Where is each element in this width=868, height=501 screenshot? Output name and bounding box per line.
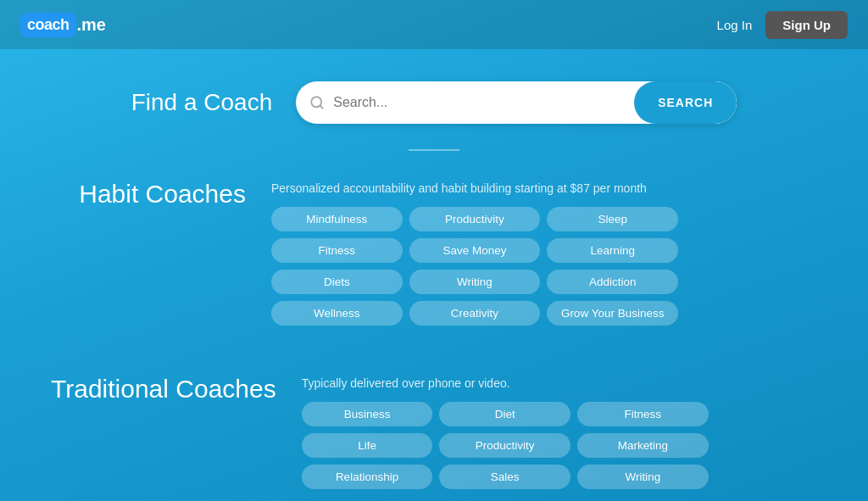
- search-button[interactable]: SEARCH: [634, 81, 737, 124]
- habit-tag[interactable]: Learning: [547, 238, 678, 263]
- habit-tag[interactable]: Wellness: [271, 301, 403, 326]
- traditional-tag[interactable]: Marketing: [577, 433, 709, 458]
- navbar: coach .me Log In Sign Up: [0, 0, 868, 49]
- traditional-coaches-heading: Traditional Coaches: [51, 375, 276, 404]
- hero-section: Find a Coach SEARCH: [0, 49, 868, 149]
- habit-tag[interactable]: Diets: [271, 270, 403, 294]
- svg-line-1: [320, 105, 323, 108]
- traditional-tag[interactable]: Productivity: [439, 433, 570, 458]
- section-right-traditional: Typically delivered over phone or video.…: [302, 371, 817, 489]
- signup-button[interactable]: Sign Up: [765, 11, 848, 39]
- search-bar: SEARCH: [296, 81, 737, 124]
- login-button[interactable]: Log In: [717, 18, 753, 32]
- traditional-tag[interactable]: Fitness: [577, 402, 709, 426]
- habit-tag[interactable]: Save Money: [409, 238, 541, 263]
- logo-coach: coach: [20, 13, 76, 37]
- section-left-traditional: Traditional Coaches: [51, 371, 276, 404]
- habit-coaches-section: Habit Coaches Personalized accountabilit…: [0, 159, 868, 341]
- page-title: Find a Coach: [131, 89, 273, 116]
- traditional-tag[interactable]: Diet: [439, 402, 570, 426]
- nav-right: Log In Sign Up: [717, 11, 848, 39]
- traditional-tag[interactable]: Business: [302, 402, 433, 426]
- habit-tag[interactable]: Sleep: [547, 207, 678, 231]
- traditional-coaches-section: Traditional Coaches Typically delivered …: [0, 354, 868, 501]
- section-left-habit: Habit Coaches: [51, 176, 246, 209]
- habit-tag[interactable]: Grow Your Business: [547, 301, 678, 326]
- habit-tag[interactable]: Creativity: [409, 301, 541, 326]
- traditional-tag[interactable]: Sales: [439, 465, 570, 489]
- search-input[interactable]: [333, 95, 634, 110]
- habit-coaches-subtitle: Personalized accountability and habit bu…: [271, 181, 817, 195]
- section-divider: [409, 149, 459, 151]
- traditional-tag[interactable]: Writing: [577, 465, 709, 489]
- logo: coach .me: [20, 13, 106, 37]
- habit-tag[interactable]: Mindfulness: [271, 207, 403, 231]
- habit-coaches-heading: Habit Coaches: [51, 180, 246, 209]
- traditional-coaches-tags: BusinessDietFitnessLifeProductivityMarke…: [302, 402, 709, 489]
- habit-tag[interactable]: Fitness: [271, 238, 403, 263]
- habit-tag[interactable]: Addiction: [547, 270, 678, 294]
- traditional-tag[interactable]: Life: [302, 433, 433, 458]
- section-right-habit: Personalized accountability and habit bu…: [271, 176, 817, 326]
- search-icon: [296, 95, 333, 110]
- habit-coaches-tags: MindfulnessProductivitySleepFitnessSave …: [271, 207, 678, 326]
- habit-tag[interactable]: Writing: [409, 270, 541, 294]
- logo-dot-me: .me: [77, 15, 106, 35]
- traditional-coaches-subtitle: Typically delivered over phone or video.: [302, 376, 817, 390]
- habit-tag[interactable]: Productivity: [409, 207, 541, 231]
- traditional-tag[interactable]: Relationship: [302, 465, 433, 489]
